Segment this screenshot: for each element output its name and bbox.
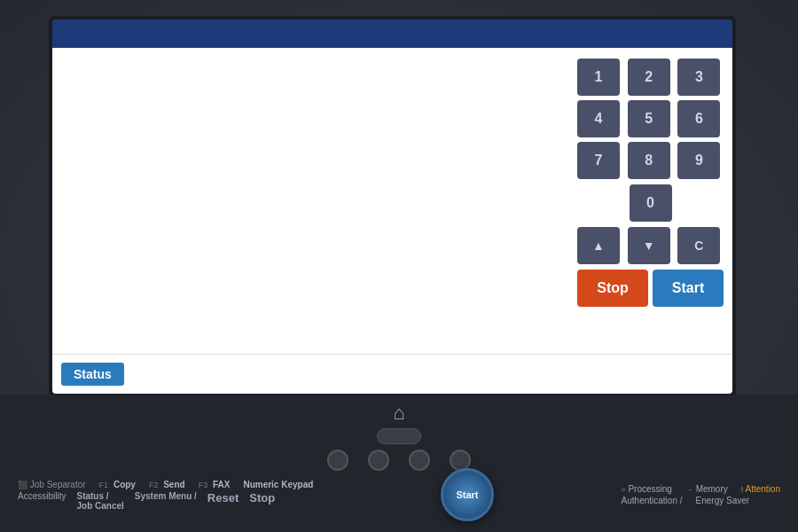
screen-bezel: 1 2 3 4 5 6 7 8 9 0 ▲ xyxy=(49,16,736,397)
bottom-panel: ⌂ ⬛ Job Separator F1 xyxy=(0,395,798,532)
bottom-left-top-row: ⬛ Job Separator F1 Copy F2 Send F3 FAX xyxy=(18,480,313,489)
bottom-right-labels: » Processing → Memory ! Attention xyxy=(622,484,780,505)
key-clear[interactable]: C xyxy=(677,227,720,264)
home-button-physical[interactable] xyxy=(377,428,421,444)
key-5[interactable]: 5 xyxy=(628,100,670,137)
screen-start-button[interactable]: Start xyxy=(653,270,724,307)
home-row: ⌂ xyxy=(0,395,798,448)
right-top-labels: » Processing → Memory ! Attention xyxy=(622,484,780,494)
bottom-left-bottom-row: Accessibility Status /Job Cancel System … xyxy=(18,491,313,511)
attention-label: ! Attention xyxy=(741,484,780,494)
key-4[interactable]: 4 xyxy=(577,100,620,137)
key-action-row: Stop Start xyxy=(577,270,724,307)
home-icon-container: ⌂ xyxy=(377,402,421,444)
key-7[interactable]: 7 xyxy=(577,142,620,179)
keypad-grid: 1 2 3 4 5 6 7 8 9 xyxy=(577,59,724,179)
key-3[interactable]: 3 xyxy=(677,59,720,96)
system-menu-label: System Menu / xyxy=(135,491,197,511)
key-nav-row: ▲ ▼ C xyxy=(577,227,724,264)
screen-top-bar xyxy=(52,20,732,48)
key-9[interactable]: 9 xyxy=(677,142,720,179)
job-separator-label: ⬛ Job Separator xyxy=(18,480,86,489)
key-1[interactable]: 1 xyxy=(577,59,620,96)
key-0[interactable]: 0 xyxy=(630,184,672,222)
screen-content: 1 2 3 4 5 6 7 8 9 0 ▲ xyxy=(52,48,732,354)
right-bottom-labels: Authentication / Energy Saver xyxy=(622,496,780,505)
authentication-label: Authentication / xyxy=(622,496,683,505)
status-badge[interactable]: Status xyxy=(61,363,124,386)
key-8[interactable]: 8 xyxy=(628,142,670,179)
screen-status-bar: Status xyxy=(52,354,732,394)
bottom-stop-label: Stop xyxy=(249,491,275,511)
key-up[interactable]: ▲ xyxy=(577,227,620,264)
numeric-keypad-label: Numeric Keypad xyxy=(243,480,313,489)
f1-copy-label: F1 Copy xyxy=(99,480,136,489)
right-labels-group: » Processing → Memory ! Attention xyxy=(622,484,780,505)
start-dial[interactable]: Start xyxy=(441,468,494,521)
memory-label: → Memory xyxy=(685,484,728,494)
status-job-cancel-label: Status /Job Cancel xyxy=(76,491,123,511)
reset-label: Reset xyxy=(207,491,239,511)
screen: 1 2 3 4 5 6 7 8 9 0 ▲ xyxy=(52,20,732,394)
energy-saver-label: Energy Saver xyxy=(696,496,750,505)
bottom-controls: ⬛ Job Separator F1 Copy F2 Send F3 FAX xyxy=(0,465,798,525)
key-down[interactable]: ▼ xyxy=(628,227,670,264)
zero-wrapper: 0 xyxy=(577,184,724,222)
accessibility-label: Accessibility xyxy=(18,491,66,511)
f3-fax-label: F3 FAX xyxy=(199,480,231,489)
white-area xyxy=(52,48,568,354)
home-icon[interactable]: ⌂ xyxy=(393,402,404,425)
bottom-left-labels: ⬛ Job Separator F1 Copy F2 Send F3 FAX xyxy=(18,480,313,511)
processing-label: » Processing xyxy=(622,484,672,494)
key-6[interactable]: 6 xyxy=(677,100,720,137)
device-body: 1 2 3 4 5 6 7 8 9 0 ▲ xyxy=(0,0,798,532)
key-2[interactable]: 2 xyxy=(628,59,670,96)
screen-stop-button[interactable]: Stop xyxy=(577,270,648,307)
f2-send-label: F2 Send xyxy=(149,480,185,489)
keypad-area: 1 2 3 4 5 6 7 8 9 0 ▲ xyxy=(568,48,732,354)
bottom-center: Start xyxy=(441,468,494,521)
